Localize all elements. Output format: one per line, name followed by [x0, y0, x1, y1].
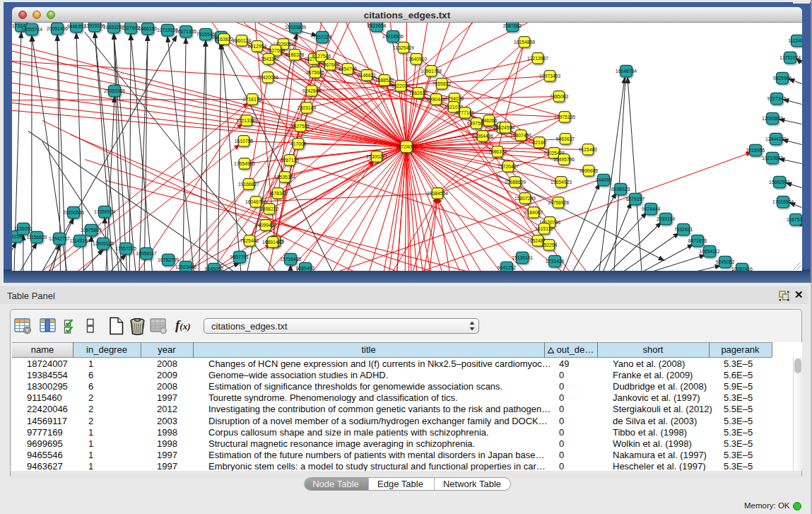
svg-text:15136141: 15136141	[512, 255, 533, 260]
svg-text:7632621: 7632621	[674, 227, 693, 232]
svg-text:1733426: 1733426	[546, 259, 565, 264]
svg-text:2803144: 2803144	[298, 105, 317, 110]
svg-text:3678342: 3678342	[269, 191, 288, 196]
svg-text:7986372: 7986372	[488, 149, 507, 154]
svg-text:1527602: 1527602	[122, 25, 141, 30]
svg-text:8454749: 8454749	[339, 66, 358, 71]
svg-text:8813054: 8813054	[367, 23, 387, 28]
svg-text:10961758: 10961758	[420, 69, 442, 74]
svg-text:12923446: 12923446	[175, 264, 196, 269]
svg-text:252254: 252254	[541, 243, 558, 247]
svg-text:17654985: 17654985	[234, 161, 255, 166]
svg-text:6794028: 6794028	[445, 96, 464, 101]
svg-text:9227342: 9227342	[767, 96, 787, 101]
svg-text:1615112: 1615112	[535, 226, 553, 231]
svg-text:9245052: 9245052	[716, 259, 735, 264]
svg-text:12444150: 12444150	[765, 136, 787, 141]
svg-text:9242848: 9242848	[302, 88, 322, 93]
svg-text:16782759: 16782759	[158, 257, 179, 262]
svg-text:1167533: 1167533	[787, 217, 801, 222]
svg-text:2867608: 2867608	[321, 62, 340, 67]
svg-text:1112483: 1112483	[788, 38, 801, 43]
svg-text:7955812: 7955812	[433, 81, 452, 86]
svg-text:8127546: 8127546	[312, 54, 331, 59]
svg-text:3675685: 3675685	[306, 70, 325, 75]
svg-text:16648784: 16648784	[616, 69, 637, 74]
svg-text:20206536: 20206536	[63, 210, 84, 215]
svg-text:8427552: 8427552	[291, 124, 310, 129]
svg-text:9474444: 9474444	[642, 206, 661, 211]
svg-text:9115460: 9115460	[579, 147, 597, 152]
svg-text:25300293: 25300293	[366, 154, 387, 159]
svg-text:8186328: 8186328	[286, 52, 305, 57]
svg-text:6879197: 6879197	[626, 197, 645, 201]
svg-text:8912954: 8912954	[248, 44, 267, 49]
svg-text:9699695: 9699695	[579, 168, 599, 173]
svg-text:9184067: 9184067	[524, 210, 543, 215]
svg-text:12975135: 12975135	[554, 115, 575, 119]
svg-text:7485063: 7485063	[550, 94, 569, 99]
svg-text:7357224: 7357224	[313, 35, 332, 40]
svg-text:9327509: 9327509	[266, 48, 286, 53]
svg-text:11325419: 11325419	[393, 45, 414, 50]
svg-text:19166827: 19166827	[238, 182, 259, 187]
svg-text:13535394: 13535394	[274, 175, 295, 180]
svg-text:10975887: 10975887	[81, 228, 102, 233]
svg-text:8322037: 8322037	[392, 83, 411, 88]
svg-text:11156829: 11156829	[26, 235, 47, 240]
svg-text:16046736: 16046736	[245, 199, 266, 204]
svg-text:10973493: 10973493	[539, 74, 560, 78]
svg-text:62160: 62160	[533, 140, 546, 145]
svg-text:17957225: 17957225	[115, 246, 136, 251]
svg-text:16033809: 16033809	[285, 25, 306, 30]
svg-text:10807487: 10807487	[510, 133, 531, 138]
svg-text:9857791: 9857791	[230, 255, 249, 259]
svg-text:7163822: 7163822	[215, 37, 234, 42]
svg-text:13640910: 13640910	[406, 57, 427, 62]
svg-text:11919106: 11919106	[84, 23, 105, 28]
svg-text:9329966: 9329966	[773, 76, 792, 81]
svg-text:9777169: 9777169	[456, 110, 475, 115]
svg-text:16671355: 16671355	[175, 29, 196, 34]
svg-text:10688609: 10688609	[505, 180, 526, 185]
svg-text:2718176: 2718176	[243, 97, 262, 102]
svg-text:144095: 144095	[596, 177, 612, 182]
svg-text:1588520: 1588520	[375, 78, 394, 83]
svg-text:9463627: 9463627	[556, 136, 575, 141]
svg-text:7625402: 7625402	[240, 238, 259, 243]
svg-text:12213389: 12213389	[236, 118, 257, 123]
svg-text:1135051: 1135051	[14, 226, 33, 231]
svg-text:15807249: 15807249	[514, 196, 536, 201]
svg-text:15495796: 15495796	[553, 157, 575, 162]
svg-text:14099489: 14099489	[255, 223, 276, 228]
svg-text:15720407: 15720407	[498, 164, 519, 169]
svg-text:16154808: 16154808	[514, 40, 535, 45]
svg-text:12505135: 12505135	[93, 241, 114, 246]
svg-text:10210643: 10210643	[762, 156, 783, 160]
svg-text:20091406: 20091406	[47, 26, 68, 31]
svg-text:8990448: 8990448	[427, 97, 446, 102]
svg-text:9245052: 9245052	[205, 267, 224, 271]
svg-text:8089492: 8089492	[296, 266, 315, 271]
svg-text:19654923: 19654923	[551, 180, 572, 185]
svg-text:18724007: 18724007	[396, 144, 417, 149]
svg-text:746266: 746266	[481, 118, 498, 123]
svg-text:20364436: 20364436	[472, 134, 493, 139]
svg-text:3498222: 3498222	[260, 206, 279, 211]
svg-text:19756928: 19756928	[548, 200, 569, 205]
svg-text:15716485: 15716485	[280, 257, 301, 262]
svg-text:11145194: 11145194	[69, 238, 90, 243]
svg-text:9146821: 9146821	[358, 73, 377, 78]
svg-text:12942757: 12942757	[49, 236, 70, 241]
svg-text:12093872: 12093872	[762, 116, 783, 121]
svg-text:3267130: 3267130	[281, 158, 300, 163]
svg-text:22420046: 22420046	[257, 75, 278, 80]
svg-text:10543342: 10543342	[258, 57, 279, 62]
svg-text:10097416: 10097416	[731, 267, 753, 271]
svg-text:16891442: 16891442	[262, 240, 283, 245]
svg-text:12213967: 12213967	[527, 56, 548, 61]
svg-text:8660124: 8660124	[233, 38, 252, 43]
svg-text:417006: 417006	[290, 141, 307, 146]
svg-text:10654112: 10654112	[699, 249, 720, 254]
svg-text:9441252: 9441252	[498, 265, 517, 270]
